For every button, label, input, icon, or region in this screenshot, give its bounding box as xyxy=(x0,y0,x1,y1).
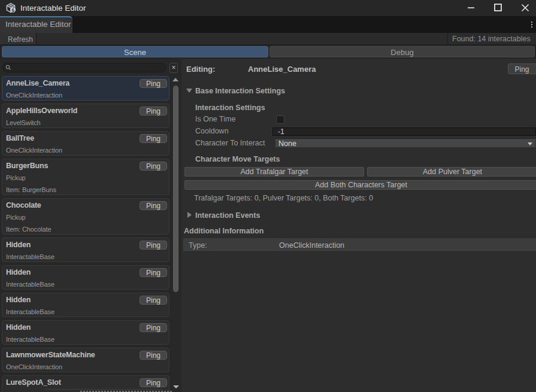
svg-text:6: 6 xyxy=(11,7,14,13)
